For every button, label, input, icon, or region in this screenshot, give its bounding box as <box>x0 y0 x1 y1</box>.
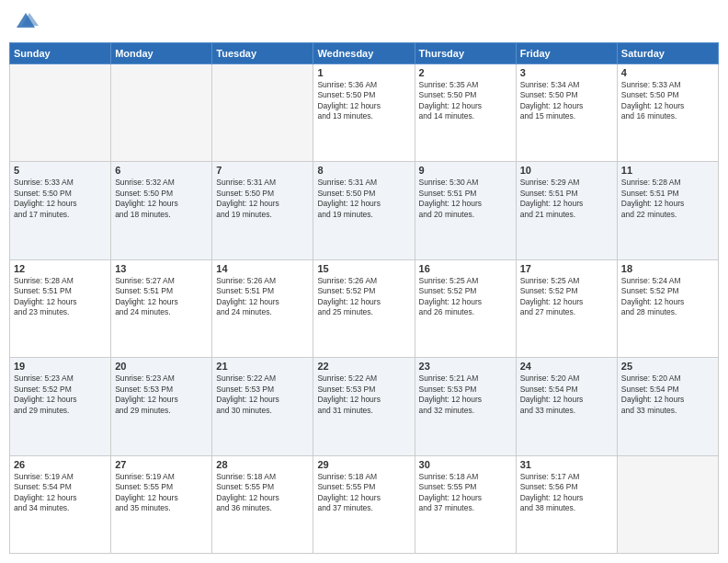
day-info: Sunrise: 5:33 AM Sunset: 5:50 PM Dayligh… <box>621 80 714 122</box>
day-info: Sunrise: 5:23 AM Sunset: 5:52 PM Dayligh… <box>14 373 107 416</box>
calendar-week-2: 5Sunrise: 5:33 AM Sunset: 5:50 PM Daylig… <box>10 162 719 259</box>
calendar-cell: 4Sunrise: 5:33 AM Sunset: 5:50 PM Daylig… <box>617 64 718 162</box>
day-info: Sunrise: 5:25 AM Sunset: 5:52 PM Dayligh… <box>520 276 613 318</box>
calendar-cell: 11Sunrise: 5:28 AM Sunset: 5:51 PM Dayli… <box>617 162 718 259</box>
day-number: 28 <box>216 459 309 470</box>
calendar-cell: 24Sunrise: 5:20 AM Sunset: 5:54 PM Dayli… <box>516 358 617 455</box>
weekday-header-sunday: Sunday <box>10 43 111 64</box>
day-number: 18 <box>621 263 714 274</box>
calendar-cell: 7Sunrise: 5:31 AM Sunset: 5:50 PM Daylig… <box>212 162 313 259</box>
day-number: 2 <box>419 67 512 78</box>
calendar: SundayMondayTuesdayWednesdayThursdayFrid… <box>9 42 719 554</box>
day-info: Sunrise: 5:28 AM Sunset: 5:51 PM Dayligh… <box>621 178 714 220</box>
day-number: 31 <box>520 459 613 470</box>
day-info: Sunrise: 5:21 AM Sunset: 5:53 PM Dayligh… <box>419 373 512 416</box>
calendar-cell: 23Sunrise: 5:21 AM Sunset: 5:53 PM Dayli… <box>415 358 516 455</box>
day-number: 16 <box>419 263 512 274</box>
day-info: Sunrise: 5:24 AM Sunset: 5:52 PM Dayligh… <box>621 276 714 318</box>
day-info: Sunrise: 5:18 AM Sunset: 5:55 PM Dayligh… <box>419 472 512 514</box>
calendar-cell: 3Sunrise: 5:34 AM Sunset: 5:50 PM Daylig… <box>516 64 617 162</box>
day-number: 4 <box>621 67 714 78</box>
calendar-cell: 8Sunrise: 5:31 AM Sunset: 5:50 PM Daylig… <box>313 162 415 259</box>
calendar-cell: 26Sunrise: 5:19 AM Sunset: 5:54 PM Dayli… <box>10 455 111 553</box>
calendar-cell: 13Sunrise: 5:27 AM Sunset: 5:51 PM Dayli… <box>111 259 212 357</box>
calendar-cell: 1Sunrise: 5:36 AM Sunset: 5:50 PM Daylig… <box>313 64 415 162</box>
day-info: Sunrise: 5:34 AM Sunset: 5:50 PM Dayligh… <box>520 80 613 122</box>
day-number: 23 <box>419 361 512 372</box>
calendar-cell: 2Sunrise: 5:35 AM Sunset: 5:50 PM Daylig… <box>415 64 516 162</box>
day-number: 25 <box>621 361 714 372</box>
day-info: Sunrise: 5:20 AM Sunset: 5:54 PM Dayligh… <box>520 373 613 416</box>
calendar-cell: 28Sunrise: 5:18 AM Sunset: 5:55 PM Dayli… <box>212 455 313 553</box>
day-number: 17 <box>520 263 613 274</box>
day-number: 26 <box>14 459 107 470</box>
calendar-week-4: 19Sunrise: 5:23 AM Sunset: 5:52 PM Dayli… <box>10 358 719 455</box>
calendar-cell: 9Sunrise: 5:30 AM Sunset: 5:51 PM Daylig… <box>415 162 516 259</box>
calendar-cell: 20Sunrise: 5:23 AM Sunset: 5:53 PM Dayli… <box>111 358 212 455</box>
calendar-cell: 31Sunrise: 5:17 AM Sunset: 5:56 PM Dayli… <box>516 455 617 553</box>
day-number: 15 <box>317 263 410 274</box>
day-number: 24 <box>520 361 613 372</box>
day-info: Sunrise: 5:27 AM Sunset: 5:51 PM Dayligh… <box>115 276 208 318</box>
day-info: Sunrise: 5:31 AM Sunset: 5:50 PM Dayligh… <box>216 178 309 220</box>
day-number: 8 <box>317 165 410 176</box>
calendar-cell: 29Sunrise: 5:18 AM Sunset: 5:55 PM Dayli… <box>313 455 415 553</box>
calendar-cell: 15Sunrise: 5:26 AM Sunset: 5:52 PM Dayli… <box>313 259 415 357</box>
day-info: Sunrise: 5:20 AM Sunset: 5:54 PM Dayligh… <box>621 373 714 416</box>
page: SundayMondayTuesdayWednesdayThursdayFrid… <box>0 0 728 563</box>
weekday-header-thursday: Thursday <box>415 43 516 64</box>
day-number: 27 <box>115 459 208 470</box>
day-number: 19 <box>14 361 107 372</box>
day-number: 3 <box>520 67 613 78</box>
day-number: 7 <box>216 165 309 176</box>
calendar-cell <box>10 64 111 162</box>
day-number: 22 <box>317 361 410 372</box>
calendar-cell: 5Sunrise: 5:33 AM Sunset: 5:50 PM Daylig… <box>10 162 111 259</box>
weekday-header-monday: Monday <box>111 43 212 64</box>
calendar-cell: 22Sunrise: 5:22 AM Sunset: 5:53 PM Dayli… <box>313 358 415 455</box>
day-info: Sunrise: 5:22 AM Sunset: 5:53 PM Dayligh… <box>317 373 410 416</box>
calendar-week-3: 12Sunrise: 5:28 AM Sunset: 5:51 PM Dayli… <box>10 259 719 357</box>
calendar-cell: 17Sunrise: 5:25 AM Sunset: 5:52 PM Dayli… <box>516 259 617 357</box>
weekday-header-saturday: Saturday <box>617 43 718 64</box>
day-info: Sunrise: 5:18 AM Sunset: 5:55 PM Dayligh… <box>216 472 309 514</box>
day-info: Sunrise: 5:25 AM Sunset: 5:52 PM Dayligh… <box>419 276 512 318</box>
calendar-cell: 27Sunrise: 5:19 AM Sunset: 5:55 PM Dayli… <box>111 455 212 553</box>
calendar-cell: 25Sunrise: 5:20 AM Sunset: 5:54 PM Dayli… <box>617 358 718 455</box>
weekday-header-friday: Friday <box>516 43 617 64</box>
day-info: Sunrise: 5:26 AM Sunset: 5:51 PM Dayligh… <box>216 276 309 318</box>
day-info: Sunrise: 5:28 AM Sunset: 5:51 PM Dayligh… <box>14 276 107 318</box>
day-info: Sunrise: 5:19 AM Sunset: 5:55 PM Dayligh… <box>115 472 208 514</box>
day-info: Sunrise: 5:17 AM Sunset: 5:56 PM Dayligh… <box>520 472 613 514</box>
calendar-cell: 6Sunrise: 5:32 AM Sunset: 5:50 PM Daylig… <box>111 162 212 259</box>
day-info: Sunrise: 5:19 AM Sunset: 5:54 PM Dayligh… <box>14 472 107 514</box>
day-info: Sunrise: 5:23 AM Sunset: 5:53 PM Dayligh… <box>115 373 208 416</box>
day-info: Sunrise: 5:18 AM Sunset: 5:55 PM Dayligh… <box>317 472 410 514</box>
day-info: Sunrise: 5:36 AM Sunset: 5:50 PM Dayligh… <box>317 80 410 122</box>
day-info: Sunrise: 5:30 AM Sunset: 5:51 PM Dayligh… <box>419 178 512 220</box>
day-number: 30 <box>419 459 512 470</box>
day-info: Sunrise: 5:22 AM Sunset: 5:53 PM Dayligh… <box>216 373 309 416</box>
header <box>9 9 719 35</box>
day-number: 6 <box>115 165 208 176</box>
calendar-cell <box>111 64 212 162</box>
day-number: 5 <box>14 165 107 176</box>
day-info: Sunrise: 5:32 AM Sunset: 5:50 PM Dayligh… <box>115 178 208 220</box>
calendar-cell: 18Sunrise: 5:24 AM Sunset: 5:52 PM Dayli… <box>617 259 718 357</box>
day-number: 9 <box>419 165 512 176</box>
day-number: 29 <box>317 459 410 470</box>
day-info: Sunrise: 5:33 AM Sunset: 5:50 PM Dayligh… <box>14 178 107 220</box>
calendar-cell <box>212 64 313 162</box>
logo-icon <box>13 9 39 35</box>
day-number: 13 <box>115 263 208 274</box>
calendar-cell: 12Sunrise: 5:28 AM Sunset: 5:51 PM Dayli… <box>10 259 111 357</box>
weekday-header-tuesday: Tuesday <box>212 43 313 64</box>
calendar-cell: 19Sunrise: 5:23 AM Sunset: 5:52 PM Dayli… <box>10 358 111 455</box>
weekday-header-row: SundayMondayTuesdayWednesdayThursdayFrid… <box>10 43 719 64</box>
logo <box>13 9 42 35</box>
calendar-cell: 30Sunrise: 5:18 AM Sunset: 5:55 PM Dayli… <box>415 455 516 553</box>
day-info: Sunrise: 5:31 AM Sunset: 5:50 PM Dayligh… <box>317 178 410 220</box>
day-info: Sunrise: 5:26 AM Sunset: 5:52 PM Dayligh… <box>317 276 410 318</box>
day-number: 10 <box>520 165 613 176</box>
day-number: 12 <box>14 263 107 274</box>
